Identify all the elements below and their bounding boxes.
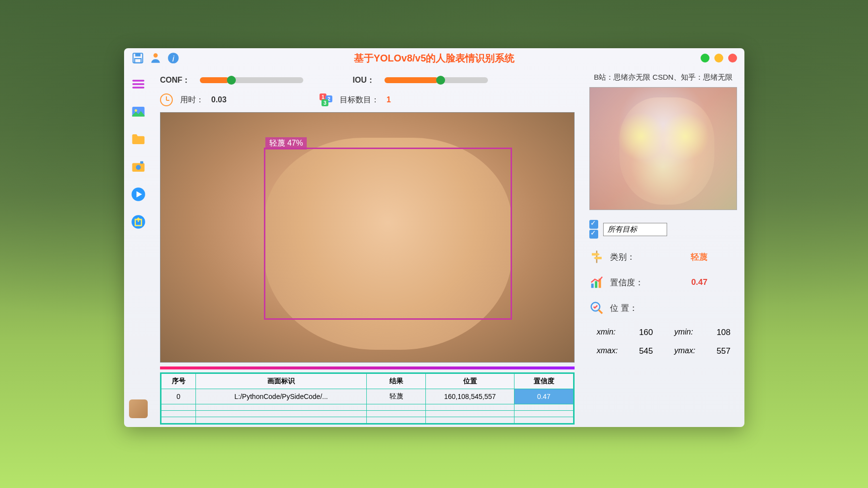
svg-rect-15 (591, 284, 594, 288)
conf-label: CONF： (160, 75, 190, 86)
svg-rect-10 (140, 161, 143, 164)
folder-icon[interactable] (129, 130, 147, 148)
xmax-value: 545 (639, 346, 660, 356)
svg-point-7 (135, 109, 137, 112)
sidebar (124, 68, 153, 427)
xmax-label: xmax: (597, 346, 624, 356)
window-maximize[interactable] (714, 54, 723, 62)
signpost-icon (589, 249, 604, 264)
count-value: 1 (386, 95, 426, 104)
target-checkbox-1[interactable] (589, 220, 598, 229)
conf-slider[interactable] (200, 77, 303, 83)
pos-label: 位 置： (610, 303, 638, 314)
svg-rect-2 (135, 59, 141, 63)
target-dropdown[interactable] (603, 223, 667, 236)
table-row[interactable]: 0 L:/PythonCode/PySideCode/... 轻蔑 160,10… (161, 389, 574, 404)
count-icon: 123 (320, 93, 332, 106)
svg-point-9 (136, 165, 141, 170)
right-panel: B站：思绪亦无限 CSDN、知乎：思绪无限 类别： 轻蔑 置信度： (582, 68, 744, 427)
th-pos: 位置 (426, 374, 514, 389)
class-value: 轻蔑 (691, 251, 737, 263)
class-label: 类别： (610, 251, 635, 263)
user-icon[interactable] (149, 52, 162, 64)
table-row[interactable] (161, 404, 574, 411)
count-label: 目标数目： (340, 95, 379, 105)
main-content: CONF： IOU： 用时： 0.03 123 目标数目： 1 (153, 68, 582, 427)
bbox-label: 轻蔑 47% (265, 137, 307, 150)
xmin-label: xmin: (597, 328, 624, 337)
app-title: 基于YOLOv8/v5的人脸表情识别系统 (354, 52, 515, 65)
window-minimize[interactable] (701, 54, 709, 62)
time-label: 用时： (180, 95, 204, 105)
menu-icon[interactable] (129, 75, 147, 93)
target-checkbox-2[interactable] (589, 230, 598, 239)
titlebar: i 基于YOLOv8/v5的人脸表情识别系统 (124, 48, 744, 68)
magnifier-icon (589, 301, 604, 315)
th-idx: 序号 (161, 374, 196, 389)
window-close[interactable] (728, 54, 737, 62)
app-window: i 基于YOLOv8/v5的人脸表情识别系统 CONF： (124, 48, 744, 427)
conf-info-value: 0.47 (691, 277, 737, 287)
ymax-value: 557 (716, 346, 737, 356)
conf-info-label: 置信度： (610, 277, 643, 288)
heatmap-image (589, 87, 737, 210)
svg-point-3 (154, 53, 158, 58)
time-value: 0.03 (211, 95, 251, 104)
svg-rect-1 (135, 53, 141, 57)
svg-rect-16 (595, 281, 597, 288)
save-icon[interactable] (131, 52, 144, 64)
result-table: 序号 画面标识 结果 位置 置信度 0 L:/PythonCode/PySide… (160, 372, 575, 425)
divider (160, 366, 575, 369)
barchart-icon (589, 275, 604, 290)
detection-bbox: 轻蔑 47% (264, 148, 512, 320)
ymin-value: 108 (716, 328, 737, 337)
th-conf: 置信度 (514, 374, 574, 389)
table-row[interactable] (161, 411, 574, 417)
play-icon[interactable] (129, 185, 147, 203)
detection-image: 轻蔑 47% (160, 112, 575, 363)
ymax-label: ymax: (674, 346, 702, 356)
image-icon[interactable] (129, 103, 147, 121)
ymin-label: ymin: (674, 328, 702, 337)
export-icon[interactable] (129, 213, 147, 231)
xmin-value: 160 (639, 328, 660, 337)
credits-text: B站：思绪亦无限 CSDN、知乎：思绪无限 (589, 73, 737, 82)
iou-label: IOU： (353, 75, 374, 86)
user-avatar[interactable] (129, 399, 148, 418)
iou-slider[interactable] (385, 77, 488, 83)
camera-icon[interactable] (129, 158, 147, 176)
clock-icon (160, 93, 173, 106)
th-tag: 画面标识 (196, 374, 367, 389)
th-result: 结果 (367, 374, 426, 389)
info-icon[interactable]: i (167, 52, 180, 64)
table-row[interactable] (161, 417, 574, 424)
